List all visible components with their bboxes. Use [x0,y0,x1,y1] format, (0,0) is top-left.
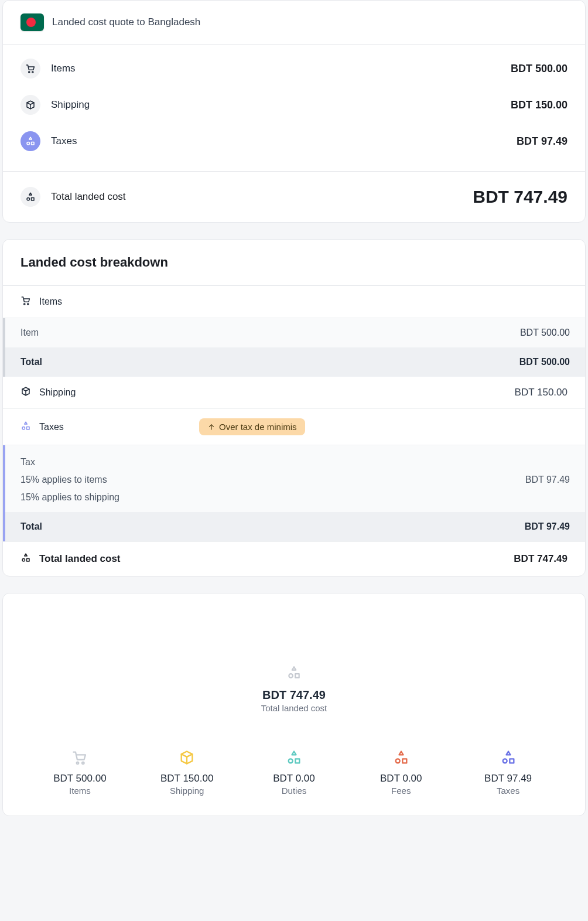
svg-rect-19 [402,759,406,763]
summary-row-label: Taxes [51,135,77,147]
gauge-amount: BDT 747.49 [177,688,411,702]
item-row: Item BDT 500.00 [5,318,585,347]
item-row-value: BDT 500.00 [520,328,570,338]
legend-amount: BDT 0.00 [253,773,335,784]
svg-rect-17 [295,759,299,763]
breakdown-final-row: Total landed cost BDT 747.49 [3,541,585,576]
summary-row-value: BDT 500.00 [511,63,568,75]
legend-fees: BDT 0.00 Fees [360,749,442,796]
tax-heading-label: Tax [20,457,35,468]
items-total-label: Total [20,357,42,367]
legend-amount: BDT 150.00 [146,773,228,784]
breakdown-shipping-label: Shipping [39,387,76,398]
legend-items: BDT 500.00 Items [39,749,121,796]
legend-caption: Shipping [146,786,228,796]
tax-line: 15% applies to shipping [20,489,570,506]
breakdown-items-header: Items [3,286,585,318]
legend-amount: BDT 0.00 [360,773,442,784]
gauge-chart: BDT 747.49 Total landed cost [177,611,411,728]
svg-point-8 [22,427,25,429]
package-icon [20,95,40,115]
summary-row-shipping: Shipping BDT 150.00 [20,87,568,123]
package-icon [179,749,195,766]
svg-rect-9 [27,427,30,429]
arrow-up-icon [207,423,216,431]
svg-rect-13 [295,674,299,678]
items-subtable: Item BDT 500.00 Total BDT 500.00 [3,318,585,377]
svg-point-12 [289,674,293,678]
shapes-icon [20,421,31,434]
summary-row-label: Shipping [51,99,90,111]
de-minimis-badge: Over tax de minimis [199,418,305,435]
svg-point-15 [82,762,84,765]
flag-bangladesh-icon [20,13,44,31]
svg-point-1 [32,71,33,73]
svg-rect-11 [27,559,30,562]
summary-total-row: Total landed cost BDT 747.49 [3,171,585,222]
cart-icon [20,59,40,79]
breakdown-title: Landed cost breakdown [3,240,585,286]
shapes-icon [20,131,40,151]
svg-rect-21 [510,759,514,763]
legend-caption: Fees [360,786,442,796]
summary-row-taxes: Taxes BDT 97.49 [20,123,568,159]
legend-caption: Taxes [467,786,549,796]
breakdown-items-label: Items [39,296,62,307]
shapes-icon [20,552,31,565]
shapes-icon [20,187,40,207]
items-total-value: BDT 500.00 [519,357,570,367]
svg-point-2 [27,142,30,145]
summary-row-value: BDT 150.00 [511,99,568,111]
svg-point-10 [22,559,25,562]
legend-caption: Duties [253,786,335,796]
summary-row-value: BDT 97.49 [517,135,568,148]
svg-rect-3 [32,142,35,145]
svg-point-18 [395,759,399,763]
shapes-icon [393,749,409,766]
summary-row-items: Items BDT 500.00 [20,50,568,87]
breakdown-final-value: BDT 747.49 [514,553,568,565]
svg-point-7 [28,303,29,305]
tax-heading: Tax [20,453,570,471]
summary-title: Landed cost quote to Bangladesh [52,16,200,28]
summary-total-label: Total landed cost [51,191,126,203]
shapes-icon [286,672,302,682]
breakdown-shipping-value: BDT 150.00 [515,387,568,398]
tax-block: Tax 15% applies to items BDT 97.49 15% a… [5,445,585,512]
chart-legend: BDT 500.00 Items BDT 150.00 Shipping BDT… [3,728,585,798]
tax-line-label: 15% applies to shipping [20,492,119,503]
breakdown-card: Landed cost breakdown Items Item BDT 500… [2,239,586,577]
taxes-total-value: BDT 97.49 [525,521,570,532]
taxes-subtable: Tax 15% applies to items BDT 97.49 15% a… [3,445,585,541]
summary-row-label: Items [51,63,76,74]
svg-point-6 [24,303,25,305]
breakdown-final-label: Total landed cost [39,553,121,565]
svg-point-0 [29,71,30,73]
summary-header: Landed cost quote to Bangladesh [3,1,585,45]
svg-point-4 [27,198,30,201]
gauge-sublabel: Total landed cost [177,703,411,713]
svg-rect-5 [32,198,35,201]
tax-line: 15% applies to items BDT 97.49 [20,471,570,489]
legend-amount: BDT 500.00 [39,773,121,784]
legend-amount: BDT 97.49 [467,773,549,784]
svg-point-20 [502,759,507,763]
summary-rows: Items BDT 500.00 Shipping BDT 150.00 Tax… [3,45,585,171]
taxes-total-label: Total [20,521,42,532]
shapes-icon [286,749,302,766]
taxes-total-row: Total BDT 97.49 [5,512,585,541]
items-total-row: Total BDT 500.00 [5,347,585,377]
legend-duties: BDT 0.00 Duties [253,749,335,796]
gauge-center: BDT 747.49 Total landed cost [177,665,411,713]
chart-card: BDT 747.49 Total landed cost BDT 500.00 … [2,593,586,816]
cart-icon [71,749,88,766]
badge-text: Over tax de minimis [219,422,297,432]
legend-taxes: BDT 97.49 Taxes [467,749,549,796]
package-icon [20,386,31,399]
summary-total-value: BDT 747.49 [473,187,568,207]
svg-point-16 [289,759,293,763]
cart-icon [20,295,31,308]
legend-shipping: BDT 150.00 Shipping [146,749,228,796]
tax-line-value: BDT 97.49 [525,475,570,485]
breakdown-shipping-row: Shipping BDT 150.00 [3,377,585,409]
